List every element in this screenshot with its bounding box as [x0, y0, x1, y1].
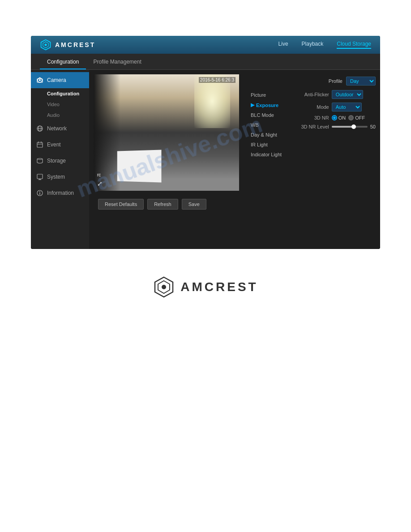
radio-on-dot [332, 115, 337, 120]
system-icon [36, 173, 43, 180]
arrow-icon: ▶ [251, 102, 254, 108]
menu-picture[interactable]: Picture [248, 90, 287, 100]
camera-label: rc [97, 172, 101, 177]
menu-wb[interactable]: WB [248, 120, 287, 130]
svg-rect-9 [37, 142, 43, 147]
radio-on-item[interactable]: ON [332, 115, 346, 120]
menu-exposure[interactable]: ▶ Exposure [248, 100, 287, 110]
nav-links: Live Playback Cloud Storage [278, 41, 371, 49]
sidebar-camera-label: Camera [47, 77, 66, 83]
profile-select[interactable]: Day Night Normal [346, 77, 376, 86]
sidebar-network-label: Network [47, 125, 67, 132]
camera-icon [36, 77, 43, 84]
menu-exposure-label: Exposure [256, 103, 278, 108]
main-content: Camera Configuration Video Audio Network [31, 70, 380, 249]
profile-row: Profile Day Night Normal [295, 77, 376, 86]
nav-playback[interactable]: Playback [302, 41, 324, 49]
bottom-logo-icon [153, 276, 175, 298]
mode-row: Mode Auto Manual [295, 103, 376, 112]
3d-nr-label: 3D NR [295, 115, 329, 120]
menu-indicator-light[interactable]: Indicator Light [248, 150, 287, 159]
bottom-bar: Reset Defaults Refresh Save [94, 195, 376, 213]
menu-blc-mode[interactable]: BLC Mode [248, 110, 287, 120]
sidebar-item-system[interactable]: System [31, 169, 89, 185]
logo-text: AMCREST [55, 41, 95, 48]
network-icon [36, 125, 43, 132]
sidebar-event-label: Event [47, 142, 61, 148]
slider-thumb[interactable] [351, 124, 356, 129]
sidebar-sub-configuration[interactable]: Configuration [31, 88, 89, 99]
settings-area: Picture ▶ Exposure BLC Mode WB Day & Nig… [244, 74, 376, 191]
sidebar-item-information[interactable]: Information [31, 185, 89, 201]
anti-flicker-label: Anti-Flicker [295, 92, 329, 97]
radio-off-label: OFF [355, 115, 365, 120]
menu-ir-light[interactable]: IR Light [248, 140, 287, 150]
svg-point-21 [162, 285, 166, 289]
sidebar-item-network[interactable]: Network [31, 120, 89, 137]
settings-menu: Picture ▶ Exposure BLC Mode WB Day & Nig… [248, 90, 287, 159]
3d-nr-row: 3D NR ON OFF [295, 115, 376, 120]
slider-value: 50 [370, 124, 376, 129]
svg-point-2 [44, 43, 47, 46]
refresh-button[interactable]: Refresh [147, 199, 178, 210]
expand-icon[interactable]: ⤢ [97, 180, 103, 187]
radio-off-dot [348, 115, 354, 120]
camera-preview: 2016-5-16 6:26:3 rc ⤢ [94, 74, 239, 191]
nav-cloud-storage[interactable]: Cloud Storage [337, 41, 371, 49]
browser-frame: AMCREST Live Playback Cloud Storage Conf… [31, 36, 380, 249]
3d-nr-level-label: 3D NR Level [295, 124, 329, 129]
mode-label: Mode [295, 104, 329, 110]
bottom-logo-text: AMCREST [180, 280, 258, 294]
sidebar-storage-label: Storage [47, 158, 66, 164]
top-nav: AMCREST Live Playback Cloud Storage [31, 36, 380, 54]
camera-timestamp: 2016-5-16 6:26:3 [199, 77, 235, 83]
profile-label: Profile [329, 78, 342, 84]
information-icon [36, 189, 43, 197]
sidebar-information-label: Information [47, 190, 74, 196]
event-icon [36, 141, 43, 148]
camera-background [94, 74, 239, 191]
sidebar-sub-menu: Configuration Video Audio [31, 88, 89, 120]
controls-panel: Profile Day Night Normal Anti-Flicker [291, 74, 376, 191]
radio-on-label: ON [338, 115, 346, 120]
save-button[interactable]: Save [182, 199, 206, 210]
slider-track[interactable] [332, 126, 368, 128]
tab-configuration[interactable]: Configuration [40, 55, 86, 69]
sidebar-item-camera[interactable]: Camera [31, 72, 89, 88]
sidebar-system-label: System [47, 174, 65, 180]
sidebar-item-storage[interactable]: Storage [31, 153, 89, 169]
svg-rect-13 [37, 174, 43, 179]
slider-container: 50 [332, 124, 376, 129]
sidebar-item-event[interactable]: Event [31, 137, 89, 153]
menu-day-night[interactable]: Day & Night [248, 130, 287, 140]
sidebar: Camera Configuration Video Audio Network [31, 70, 89, 249]
tab-bar: Configuration Profile Management [31, 54, 380, 70]
sidebar-sub-audio[interactable]: Audio [31, 110, 89, 120]
storage-icon [36, 157, 43, 164]
svg-point-18 [39, 191, 40, 192]
bottom-logo-area: AMCREST [0, 276, 411, 298]
anti-flicker-select[interactable]: Outdoor 50Hz 60Hz [332, 90, 363, 99]
content-row: 2016-5-16 6:26:3 rc ⤢ Picture ▶ Exposure [94, 74, 376, 191]
slider-fill [332, 126, 354, 128]
svg-point-4 [39, 79, 41, 81]
3d-nr-radio-group: ON OFF [332, 115, 365, 120]
content-panel: 2016-5-16 6:26:3 rc ⤢ Picture ▶ Exposure [89, 70, 380, 249]
sidebar-sub-video[interactable]: Video [31, 99, 89, 110]
logo-area: AMCREST [40, 39, 278, 51]
radio-off-item[interactable]: OFF [348, 115, 365, 120]
anti-flicker-row: Anti-Flicker Outdoor 50Hz 60Hz [295, 90, 376, 99]
camera-object [117, 150, 162, 182]
3d-nr-level-row: 3D NR Level 50 [295, 124, 376, 129]
reset-defaults-button[interactable]: Reset Defaults [98, 199, 144, 210]
mode-select[interactable]: Auto Manual [332, 103, 362, 112]
amcrest-logo-icon [40, 39, 51, 51]
tab-profile-management[interactable]: Profile Management [86, 55, 148, 69]
nav-live[interactable]: Live [278, 41, 288, 49]
settings-menu-panel: Picture ▶ Exposure BLC Mode WB Day & Nig… [244, 74, 291, 191]
